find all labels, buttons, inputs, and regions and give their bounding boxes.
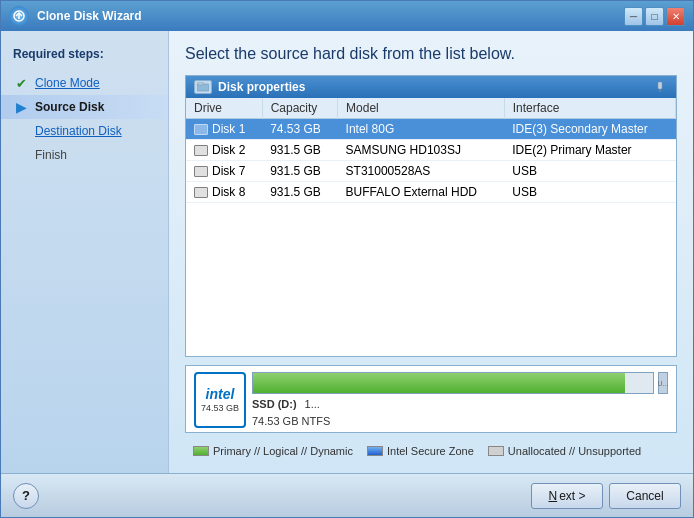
sidebar-item-source-disk[interactable]: ▶ Source Disk [1, 95, 168, 119]
sidebar-item-clone-mode[interactable]: ✔ Clone Mode [1, 71, 168, 95]
disk-properties-header-icon [194, 80, 212, 94]
cell-interface: USB [504, 161, 675, 182]
source-disk-arrow-icon: ▶ [13, 99, 29, 115]
disk-drive-label: SSD (D:) [252, 398, 297, 410]
sidebar-title: Required steps: [1, 47, 168, 71]
table-row[interactable]: Disk 7931.5 GBST31000528ASUSB [186, 161, 676, 182]
disk-bar-fill [253, 373, 625, 393]
cell-model: SAMSUNG HD103SJ [338, 140, 505, 161]
legend-bar: Primary // Logical // Dynamic Intel Secu… [185, 441, 677, 461]
col-capacity: Capacity [262, 98, 337, 119]
minimize-button[interactable]: ─ [624, 7, 643, 26]
cell-model: BUFFALO External HDD [338, 182, 505, 203]
legend-swatch-unallocated [488, 446, 504, 456]
cell-interface: IDE(3) Secondary Master [504, 119, 675, 140]
close-button[interactable]: ✕ [666, 7, 685, 26]
main-content: Required steps: ✔ Clone Mode ▶ Source Di… [1, 31, 693, 473]
disk-visualization: intel 74.53 GB U... [185, 365, 677, 433]
legend-primary: Primary // Logical // Dynamic [193, 445, 353, 457]
disk-properties-title: Disk properties [218, 80, 646, 94]
cell-model: ST31000528AS [338, 161, 505, 182]
restore-button[interactable]: □ [645, 7, 664, 26]
disk-properties-header: Disk properties [186, 76, 676, 98]
cell-interface: IDE(2) Primary Master [504, 140, 675, 161]
cell-capacity: 74.53 GB [262, 119, 337, 140]
legend-unallocated: Unallocated // Unsupported [488, 445, 641, 457]
sidebar-item-label-clone-mode: Clone Mode [35, 76, 100, 90]
legend-swatch-intel [367, 446, 383, 456]
cancel-button[interactable]: Cancel [609, 483, 681, 509]
svg-rect-3 [658, 82, 662, 89]
legend-label-unallocated: Unallocated // Unsupported [508, 445, 641, 457]
legend-swatch-primary [193, 446, 209, 456]
cell-drive: Disk 8 [186, 182, 262, 203]
col-drive: Drive [186, 98, 262, 119]
cell-drive: Disk 1 [186, 119, 262, 140]
drive-icon [194, 187, 208, 198]
intel-text: intel [206, 387, 235, 401]
window-title: Clone Disk Wizard [37, 9, 624, 23]
finish-icon [13, 147, 29, 163]
cell-interface: USB [504, 182, 675, 203]
disk-properties-panel: Disk properties Drive Capacity Model [185, 75, 677, 357]
table-row[interactable]: Disk 2931.5 GBSAMSUNG HD103SJIDE(2) Prim… [186, 140, 676, 161]
table-row[interactable]: Disk 174.53 GBIntel 80GIDE(3) Secondary … [186, 119, 676, 140]
disk-info-row: SSD (D:) 1... [252, 398, 668, 410]
intel-size-label: 74.53 GB [201, 403, 239, 413]
cell-model: Intel 80G [338, 119, 505, 140]
clone-mode-icon: ✔ [13, 75, 29, 91]
window-controls: ─ □ ✕ [624, 7, 685, 26]
help-button[interactable]: ? [13, 483, 39, 509]
title-bar: Clone Disk Wizard ─ □ ✕ [1, 1, 693, 31]
svg-rect-2 [198, 82, 203, 85]
disk-viz-inner: intel 74.53 GB U... [186, 366, 676, 433]
table-row[interactable]: Disk 8931.5 GBBUFFALO External HDDUSB [186, 182, 676, 203]
next-button-label-n: N [548, 489, 557, 503]
cell-drive: Disk 2 [186, 140, 262, 161]
drive-icon [194, 166, 208, 177]
col-interface: Interface [504, 98, 675, 119]
right-panel: Select the source hard disk from the lis… [169, 31, 693, 473]
disk-bar-container [252, 372, 654, 394]
disk-detail-text: 74.53 GB NTFS [252, 415, 330, 427]
sidebar-item-label-finish: Finish [35, 148, 67, 162]
cell-capacity: 931.5 GB [262, 161, 337, 182]
disk-viz-right: U... SSD (D:) 1... 74.53 GB NTFS [252, 372, 668, 428]
app-window: Clone Disk Wizard ─ □ ✕ Required steps: … [0, 0, 694, 518]
disk-bar-small-label: U... [658, 380, 669, 387]
app-icon [9, 6, 29, 26]
next-button-label-rest: ext > [559, 489, 585, 503]
sidebar-item-label-destination-disk: Destination Disk [35, 124, 122, 138]
col-model: Model [338, 98, 505, 119]
table-header-row: Drive Capacity Model Interface [186, 98, 676, 119]
drive-icon [194, 145, 208, 156]
legend-intel-zone: Intel Secure Zone [367, 445, 474, 457]
disk-bar-row: U... [252, 372, 668, 394]
next-button[interactable]: Next > [531, 483, 603, 509]
sidebar-item-destination-disk[interactable]: Destination Disk [1, 119, 168, 143]
cell-capacity: 931.5 GB [262, 182, 337, 203]
cell-drive: Disk 7 [186, 161, 262, 182]
intel-badge: intel 74.53 GB [194, 372, 246, 428]
sidebar-item-label-source-disk: Source Disk [35, 100, 104, 114]
drive-icon [194, 124, 208, 135]
disk-drive-detail: 74.53 GB NTFS [252, 414, 668, 428]
sidebar: Required steps: ✔ Clone Mode ▶ Source Di… [1, 31, 169, 473]
panel-heading: Select the source hard disk from the lis… [185, 45, 677, 63]
bottom-bar: ? Next > Cancel [1, 473, 693, 517]
pin-icon [652, 79, 668, 95]
sidebar-item-finish[interactable]: Finish [1, 143, 168, 167]
destination-disk-icon [13, 123, 29, 139]
legend-label-primary: Primary // Logical // Dynamic [213, 445, 353, 457]
disk-table: Drive Capacity Model Interface Disk 174.… [186, 98, 676, 203]
cell-capacity: 931.5 GB [262, 140, 337, 161]
legend-label-intel: Intel Secure Zone [387, 445, 474, 457]
disk-bar-right-detail: 1... [305, 398, 320, 410]
disk-bar-small: U... [658, 372, 668, 394]
